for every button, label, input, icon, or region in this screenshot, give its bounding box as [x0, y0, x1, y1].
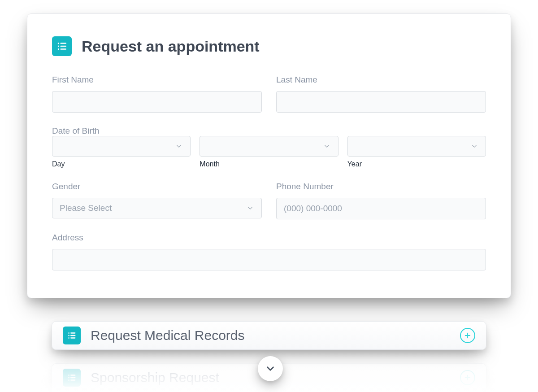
svg-point-8: [68, 335, 69, 336]
dob-day-col: Day: [52, 136, 191, 168]
phone-input[interactable]: [276, 198, 486, 219]
list-icon: [63, 327, 81, 344]
dob-month-sublabel: Month: [200, 160, 338, 168]
dob-day-select[interactable]: [52, 136, 191, 157]
last-name-col: Last Name: [276, 75, 486, 113]
gender-phone-row: Gender Please Select Phone Number: [52, 182, 486, 219]
address-col: Address: [52, 233, 486, 270]
dob-month-col: Month: [200, 136, 338, 168]
svg-point-18: [68, 379, 69, 381]
dob-year-sublabel: Year: [347, 160, 486, 168]
phone-label: Phone Number: [276, 182, 486, 192]
phone-col: Phone Number: [276, 182, 486, 219]
first-name-label: First Name: [52, 75, 262, 85]
gender-col: Gender Please Select: [52, 182, 262, 219]
chevron-down-icon: [246, 204, 254, 212]
accordion-title: Sponsorship Request: [91, 370, 219, 385]
last-name-input[interactable]: [276, 91, 486, 113]
svg-point-14: [68, 375, 69, 376]
card-header: Request an appointment: [52, 36, 486, 56]
accordion-medical-records[interactable]: Request Medical Records: [52, 321, 486, 350]
dob-year-col: Year: [347, 136, 486, 168]
chevron-down-icon: [175, 142, 183, 150]
dob-group: Date of Birth Day Month: [52, 126, 486, 168]
list-icon: [63, 369, 81, 387]
svg-point-10: [68, 337, 69, 339]
appointment-form-card: Request an appointment First Name Last N…: [27, 13, 511, 298]
chevron-down-icon: [323, 142, 331, 150]
svg-point-16: [68, 377, 69, 379]
dob-label: Date of Birth: [52, 126, 100, 135]
svg-point-6: [68, 332, 69, 334]
list-icon: [52, 36, 72, 56]
address-input[interactable]: [52, 249, 486, 270]
chevron-down-icon: [470, 142, 478, 150]
form-title: Request an appointment: [82, 38, 260, 55]
gender-label: Gender: [52, 182, 262, 192]
last-name-label: Last Name: [276, 75, 486, 85]
first-name-col: First Name: [52, 75, 262, 113]
address-label: Address: [52, 233, 486, 243]
svg-point-4: [58, 48, 59, 50]
svg-point-0: [58, 43, 59, 44]
dob-year-select[interactable]: [347, 136, 486, 157]
expand-button[interactable]: [258, 356, 283, 381]
dob-month-select[interactable]: [200, 136, 338, 157]
gender-select[interactable]: Please Select: [52, 198, 262, 218]
first-name-input[interactable]: [52, 91, 262, 113]
accordion-title: Request Medical Records: [91, 328, 245, 343]
svg-point-2: [58, 45, 59, 47]
name-row: First Name Last Name: [52, 75, 486, 113]
plus-icon: [460, 328, 475, 343]
dob-day-sublabel: Day: [52, 160, 191, 168]
gender-placeholder: Please Select: [60, 203, 112, 213]
plus-icon: [460, 370, 475, 385]
